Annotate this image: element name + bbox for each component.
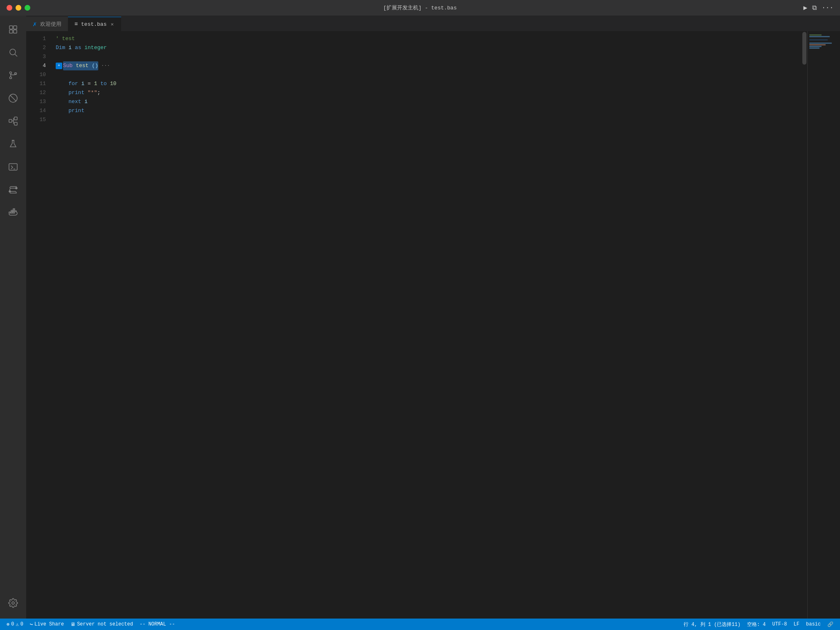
status-line-col[interactable]: 行 4, 列 1 (已选择11) — [680, 619, 744, 630]
svg-line-10 — [10, 95, 16, 101]
activity-bar-bottom — [2, 592, 24, 615]
server-icon: 🖥 — [70, 621, 75, 628]
vertical-scrollbar[interactable] — [802, 31, 807, 619]
as-keyword: as — [75, 43, 81, 52]
svg-point-18 — [9, 191, 11, 192]
minimize-traffic-btn[interactable] — [16, 5, 21, 11]
status-live-share[interactable]: ↪ Live Share — [27, 619, 67, 630]
minimap-line-8 — [809, 46, 822, 47]
status-server[interactable]: 🖥 Server not selected — [67, 619, 136, 630]
status-bar: ⊗ 0 ⚠ 0 ↪ Live Share 🖥 Server not select… — [0, 619, 840, 630]
print-keyword-12: print — [68, 88, 84, 97]
minimap-line-4 — [809, 39, 828, 40]
svg-rect-13 — [14, 122, 17, 125]
num-1: 1 — [94, 79, 97, 88]
tab-welcome-label: 欢迎使用 — [40, 20, 61, 28]
var-i: i — [68, 43, 72, 52]
dim-keyword: Dim — [56, 43, 65, 52]
status-encoding[interactable]: UTF-8 — [769, 619, 790, 630]
svg-point-6 — [10, 72, 12, 74]
activity-search-icon[interactable] — [2, 42, 24, 63]
for-keyword: for — [68, 79, 78, 88]
minimap-line-1 — [809, 34, 822, 36]
to-keyword: to — [100, 79, 107, 88]
run-icon[interactable]: ▶ — [804, 4, 808, 12]
status-language[interactable]: basic — [803, 619, 824, 630]
remote-indicator-icon: 🔗 — [827, 621, 833, 628]
svg-rect-11 — [9, 119, 12, 122]
tab-welcome[interactable]: ✗ 欢迎使用 — [26, 17, 68, 31]
svg-rect-0 — [9, 26, 13, 29]
scrollbar-thumb[interactable] — [802, 32, 806, 65]
line-col-label: 行 4, 列 1 (已选择11) — [684, 621, 741, 628]
svg-rect-21 — [13, 212, 15, 213]
minimap-line-2 — [809, 36, 830, 37]
tab-close-icon[interactable]: ✕ — [110, 20, 114, 28]
svg-rect-19 — [9, 212, 11, 213]
activity-terminal-icon[interactable] — [2, 156, 24, 178]
code-line-13: next i — [52, 97, 802, 106]
file-tab-icon: ≡ — [75, 21, 78, 27]
line-num-10: 10 — [26, 70, 46, 79]
activity-docker-icon[interactable] — [2, 202, 24, 223]
line-num-1: 1 — [26, 34, 46, 43]
svg-rect-20 — [11, 212, 13, 213]
status-remote-indicator[interactable]: 🔗 — [824, 619, 837, 630]
minimap-line-9 — [809, 47, 820, 49]
error-icon: ⊗ — [7, 621, 9, 628]
line-num-11: 11 — [26, 79, 46, 88]
code-line-1: ' test — [52, 34, 802, 43]
vscode-tab-icon: ✗ — [33, 20, 37, 28]
code-editor[interactable]: ' test Dim i as integer +Sub test () ···… — [52, 31, 802, 619]
traffic-lights — [7, 5, 30, 11]
svg-rect-12 — [14, 117, 17, 120]
code-line-12: print "*"; — [52, 88, 802, 97]
activity-remote-icon[interactable] — [2, 179, 24, 200]
minimap — [807, 31, 840, 619]
code-line-2: Dim i as integer — [52, 43, 802, 52]
type-integer: integer — [84, 43, 107, 52]
folded-ellipsis: ··· — [98, 61, 110, 70]
next-keyword: next — [68, 97, 81, 106]
comment-token: ' test — [56, 34, 75, 43]
tab-test-bas-label: test.bas — [81, 21, 106, 27]
tab-test-bas[interactable]: ≡ test.bas ✕ — [68, 17, 121, 31]
activity-settings-icon[interactable] — [2, 592, 24, 614]
status-errors[interactable]: ⊗ 0 ⚠ 0 — [3, 619, 27, 630]
line-num-4: 4 — [26, 61, 46, 70]
fold-icon[interactable]: + — [56, 63, 62, 69]
main-area: ✗ 欢迎使用 ≡ test.bas ✕ 1 2 3 4 10 11 12 13 … — [0, 16, 840, 619]
more-actions-icon[interactable]: ··· — [822, 4, 833, 11]
activity-git-icon[interactable] — [2, 65, 24, 86]
code-line-3 — [52, 52, 802, 61]
language-label: basic — [806, 621, 821, 627]
titlebar: [扩展开发主机] - test.bas ▶ ⧉ ··· — [0, 0, 840, 16]
line-num-15: 15 — [26, 115, 46, 124]
svg-rect-23 — [13, 210, 15, 212]
activity-extensions-icon[interactable] — [2, 110, 24, 132]
print-keyword-14: print — [68, 106, 84, 115]
selected-code: Sub test () — [63, 61, 98, 70]
status-spaces[interactable]: 空格: 4 — [744, 619, 769, 630]
status-eol[interactable]: LF — [790, 619, 803, 630]
maximize-traffic-btn[interactable] — [25, 5, 30, 11]
activity-explorer-icon[interactable] — [2, 19, 24, 40]
split-editor-icon[interactable]: ⧉ — [812, 4, 817, 12]
minimap-line-6 — [809, 43, 832, 44]
minimap-line-3 — [809, 38, 838, 39]
minimap-line-7 — [809, 44, 826, 45]
code-line-11: for i = 1 to 10 — [52, 79, 802, 88]
line-numbers: 1 2 3 4 10 11 12 13 14 15 — [26, 31, 52, 619]
svg-rect-2 — [9, 30, 13, 33]
code-line-15 — [52, 115, 802, 124]
close-traffic-btn[interactable] — [7, 5, 12, 11]
minimap-line-5 — [809, 41, 838, 42]
status-vim-mode[interactable]: -- NORMAL -- — [136, 619, 178, 630]
line-num-14: 14 — [26, 106, 46, 115]
code-line-14: print — [52, 106, 802, 115]
spaces-label: 空格: 4 — [747, 621, 766, 628]
titlebar-actions: ▶ ⧉ ··· — [804, 4, 833, 12]
activity-no-debug-icon[interactable] — [2, 88, 24, 109]
line-num-2: 2 — [26, 43, 46, 52]
activity-flask-icon[interactable] — [2, 133, 24, 155]
